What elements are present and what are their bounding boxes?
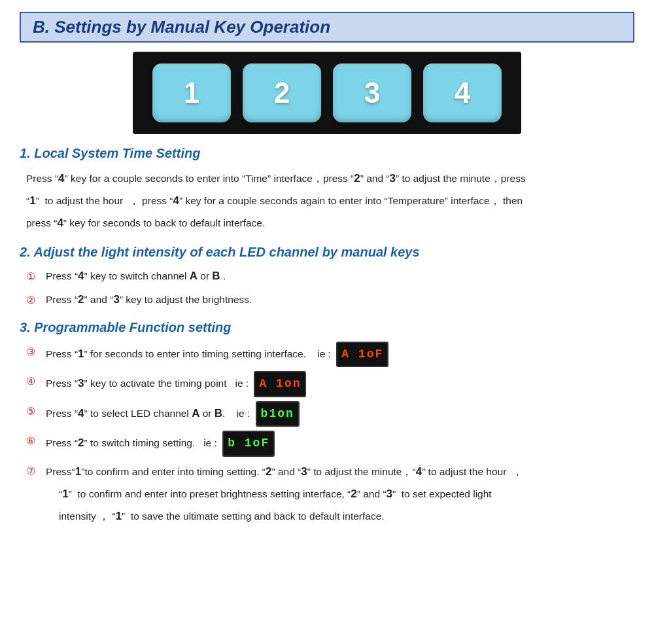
led-text-3: b1on <box>261 407 294 420</box>
key-ref-3b: 3 <box>113 293 119 306</box>
section3-heading: 3. Programmable Function setting <box>20 320 634 335</box>
section3-item3: ③ Press “1” for seconds to enter into ti… <box>26 342 634 368</box>
channel-A2: A <box>192 406 199 419</box>
circle-2: ② <box>26 291 41 309</box>
channel-B2: B <box>215 406 222 419</box>
circle-5: ⑤ <box>26 402 41 420</box>
led-display-2: A 1on <box>254 371 306 397</box>
led-text-1: A 1oF <box>341 348 383 361</box>
key-ref-4d: 4 <box>78 270 84 282</box>
led-text-4: b 1oF <box>228 437 269 450</box>
section3-body: ③ Press “1” for seconds to enter into ti… <box>26 342 634 528</box>
key-ref-2b: 2 <box>78 293 84 306</box>
key-ref-4c: 4 <box>57 217 63 229</box>
key-ref-3e: 3 <box>387 488 392 500</box>
key-ref-1a: 1 <box>29 194 35 207</box>
section1-body: Press “4” key for a couple seconds to en… <box>26 168 634 234</box>
section3-item6: ⑥ Press “2” to switch timing setting. ie… <box>26 431 634 457</box>
section1-heading: 1. Local System Time Setting <box>20 146 634 161</box>
item7-line3: intensity ， “1” to save the ultimate set… <box>59 510 385 522</box>
section3-item4-text: Press “3” key to activate the timing poi… <box>46 371 634 397</box>
key-ref-1d: 1 <box>62 488 68 500</box>
circle-6: ⑥ <box>26 432 41 450</box>
section3-item5: ⑤ Press “4” to select LED channel A or B… <box>26 401 634 427</box>
key-ref-4f: 4 <box>416 465 422 478</box>
circle-7: ⑦ <box>26 462 41 480</box>
led-display-4: b 1oF <box>222 431 275 457</box>
section2-item2-text: Press “2” and “3” key to adjust the brig… <box>46 290 634 310</box>
circle-3: ③ <box>26 343 41 361</box>
section2-item2: ② Press “2” and “3” key to adjust the br… <box>26 290 634 310</box>
channel-B: B <box>212 270 220 282</box>
section3-item7: ⑦ Press“1”to confirm and enter into timi… <box>26 461 634 528</box>
key-ref-3a: 3 <box>390 172 396 185</box>
section3-item7-text: Press“1”to confirm and enter into timing… <box>46 461 634 528</box>
key-ref-3c: 3 <box>78 377 84 389</box>
page-title: B. Settings by Manual Key Operation <box>20 12 634 43</box>
section2-heading: 2. Adjust the light intensity of each LE… <box>20 245 634 260</box>
section3-item5-text: Press “4” to select LED channel A or B. … <box>46 401 634 427</box>
channel-A: A <box>190 270 198 282</box>
key-ref-1e: 1 <box>116 510 122 522</box>
keys-container: 1 2 3 4 <box>133 52 521 134</box>
key-ref-2a: 2 <box>354 172 360 185</box>
key-2: 2 <box>243 63 321 122</box>
keys-image: 1 2 3 4 <box>20 52 634 134</box>
key-ref-2e: 2 <box>351 488 356 500</box>
key-ref-1c: 1 <box>75 465 81 478</box>
led-text-2: A 1on <box>259 377 301 390</box>
led-display-1: A 1oF <box>336 342 388 368</box>
circle-4: ④ <box>26 372 41 390</box>
section2-body: ① Press “4” key to switch channel A or B… <box>26 266 634 310</box>
key-3: 3 <box>333 63 411 122</box>
section3-item6-text: Press “2” to switch timing setting. ie :… <box>46 431 634 457</box>
key-ref-1b: 1 <box>78 347 84 359</box>
key-ref-4a: 4 <box>58 172 64 185</box>
key-1: 1 <box>152 63 231 122</box>
section3-item4: ④ Press “3” key to activate the timing p… <box>26 371 634 397</box>
led-display-3: b1on <box>256 401 300 427</box>
item7-line2: “1” to confirm and enter into preset bri… <box>59 488 492 499</box>
key-4: 4 <box>423 63 502 122</box>
section2-item1-text: Press “4” key to switch channel A or B . <box>46 266 634 286</box>
section3-item3-text: Press “1” for seconds to enter into timi… <box>46 342 634 368</box>
section2-item1: ① Press “4” key to switch channel A or B… <box>26 266 634 286</box>
key-ref-4e: 4 <box>78 406 84 419</box>
key-ref-2c: 2 <box>78 437 84 449</box>
key-ref-2d: 2 <box>266 465 271 478</box>
circle-1: ① <box>26 268 41 285</box>
key-ref-3d: 3 <box>301 465 307 478</box>
item7-line1: Press“1”to confirm and enter into timing… <box>46 466 523 477</box>
key-ref-4b: 4 <box>173 194 179 207</box>
